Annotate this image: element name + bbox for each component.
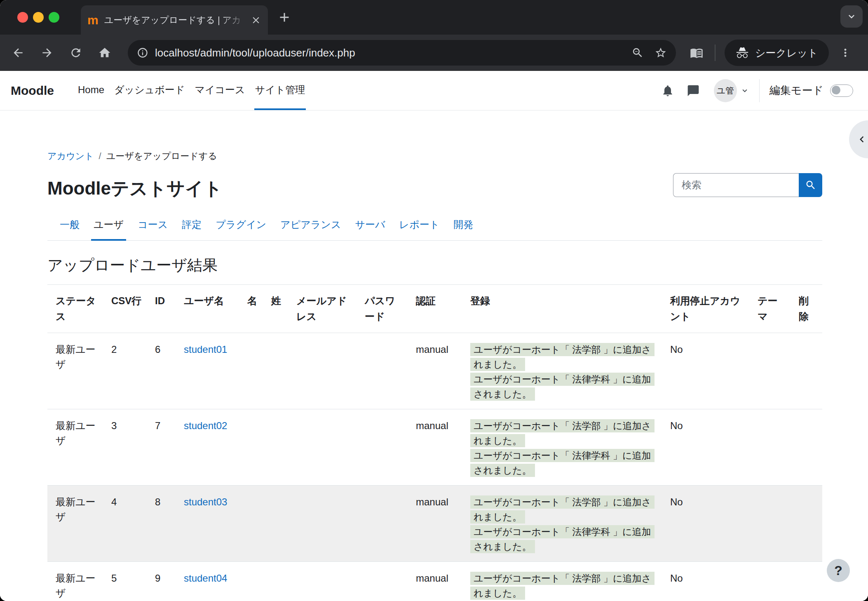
browser-toolbar: localhost/admin/tool/uploaduser/index.ph… xyxy=(0,35,868,71)
back-button[interactable] xyxy=(9,44,27,62)
tab-search-button[interactable] xyxy=(840,5,863,28)
chevron-left-icon xyxy=(856,133,868,146)
search-button[interactable] xyxy=(799,173,822,197)
nav-item-label[interactable]: マイコース xyxy=(195,83,245,96)
reading-list-icon[interactable] xyxy=(687,44,706,62)
table-row: 最新ユーザ59student04manualユーザがコーホート「 法学部 」に追… xyxy=(47,562,822,601)
forward-button[interactable] xyxy=(38,44,56,62)
edit-mode-toggle[interactable] xyxy=(830,85,853,97)
user-menu-chevron-icon[interactable] xyxy=(740,86,749,95)
tab-close-icon[interactable] xyxy=(251,15,261,26)
user-avatar[interactable]: ユ管 xyxy=(714,79,737,102)
settings-tab-2[interactable]: コース xyxy=(135,218,170,241)
nav-item-label[interactable]: ダッシュボード xyxy=(114,83,185,96)
cell-enrolments: ユーザがコーホート「 法学部 」に追加されました。ユーザがコーホート「 法律学科… xyxy=(462,409,662,486)
settings-tab-4[interactable]: プラグイン xyxy=(213,218,269,241)
settings-tab-7[interactable]: レポート xyxy=(397,218,442,241)
table-cell xyxy=(263,409,288,486)
table-cell: 4 xyxy=(103,486,147,562)
column-header-0: ステータス xyxy=(47,285,103,333)
column-header-1: CSV行 xyxy=(103,285,147,333)
nav-item-label[interactable]: サイト管理 xyxy=(255,83,305,96)
settings-tab-3[interactable]: 評定 xyxy=(179,218,204,241)
site-info-icon[interactable] xyxy=(137,47,148,59)
table-row: 最新ユーザ48student03manualユーザがコーホート「 法学部 」に追… xyxy=(47,486,822,562)
home-button[interactable] xyxy=(96,44,114,62)
settings-tab-1[interactable]: ユーザ xyxy=(91,218,126,241)
table-cell: No xyxy=(662,562,749,601)
table-body: 最新ユーザ26student01manualユーザがコーホート「 法学部 」に追… xyxy=(47,333,822,601)
browser-window: m ユーザをアップロードする | アカ xyxy=(0,0,868,601)
table-cell xyxy=(288,486,357,562)
table-cell: manual xyxy=(408,333,462,409)
column-header-9: 登録 xyxy=(462,285,662,333)
maximize-window-button[interactable] xyxy=(49,12,59,23)
search-icon xyxy=(805,179,816,191)
moodle-navbar: Moodle Homeダッシュボードマイコースサイト管理 ユ管 編集モード xyxy=(0,71,868,110)
settings-tab-6[interactable]: サーバ xyxy=(352,218,387,241)
enrolment-highlight: ユーザがコーホート「 法律学科 」に追加されました。 xyxy=(470,525,655,553)
table-cell xyxy=(239,409,263,486)
toggle-knob xyxy=(832,86,840,94)
table-cell xyxy=(288,409,357,486)
nav-item-3[interactable]: サイト管理 xyxy=(254,71,306,110)
table-cell xyxy=(791,562,822,601)
table-cell: No xyxy=(662,409,749,486)
moodle-nav-list: Homeダッシュボードマイコースサイト管理 xyxy=(77,71,306,110)
settings-tab-0[interactable]: 一般 xyxy=(57,218,82,241)
username-link[interactable]: student03 xyxy=(184,496,227,507)
table-cell xyxy=(357,486,408,562)
enrolment-message: ユーザがコーホート「 法律学科 」に追加されました。 xyxy=(470,448,657,478)
nav-item-2[interactable]: マイコース xyxy=(194,71,246,110)
table-cell xyxy=(749,562,791,601)
username-link[interactable]: student01 xyxy=(184,344,227,355)
admin-search xyxy=(673,173,822,197)
navbar-divider xyxy=(759,79,760,102)
cell-enrolments: ユーザがコーホート「 法学部 」に追加されました。ユーザがコーホート「 法律学科… xyxy=(462,333,662,409)
username-link[interactable]: student02 xyxy=(184,420,227,431)
table-cell xyxy=(288,562,357,601)
settings-tabs: 一般ユーザコース評定プラグインアピアランスサーバレポート開発 xyxy=(47,218,822,241)
column-header-2: ID xyxy=(147,285,176,333)
table-cell xyxy=(791,333,822,409)
enrolment-highlight: ユーザがコーホート「 法学部 」に追加されました。 xyxy=(470,343,655,371)
enrolment-highlight: ユーザがコーホート「 法学部 」に追加されました。 xyxy=(470,495,655,524)
settings-tab-5[interactable]: アピアランス xyxy=(278,218,343,241)
nav-item-0[interactable]: Home xyxy=(77,71,105,110)
close-window-button[interactable] xyxy=(17,12,28,23)
toolbar-divider xyxy=(715,45,716,61)
table-cell xyxy=(239,486,263,562)
zoom-out-icon[interactable] xyxy=(631,47,644,59)
breadcrumb-link-account[interactable]: アカウント xyxy=(47,150,94,162)
cell-enrolments: ユーザがコーホート「 法学部 」に追加されました。ユーザがコーホート「 法律学科… xyxy=(462,562,662,601)
search-input[interactable] xyxy=(673,173,799,197)
table-cell xyxy=(263,333,288,409)
table-cell: No xyxy=(662,486,749,562)
browser-titlebar: m ユーザをアップロードする | アカ xyxy=(0,0,868,35)
minimize-window-button[interactable] xyxy=(33,12,44,23)
table-cell: manual xyxy=(408,562,462,601)
settings-tab-8[interactable]: 開発 xyxy=(451,218,476,241)
table-row: 最新ユーザ26student01manualユーザがコーホート「 法学部 」に追… xyxy=(47,333,822,409)
table-cell: 最新ユーザ xyxy=(47,333,103,409)
moodle-brand[interactable]: Moodle xyxy=(11,84,54,98)
address-bar[interactable]: localhost/admin/tool/uploaduser/index.ph… xyxy=(128,40,676,66)
nav-item-label[interactable]: Home xyxy=(78,84,104,96)
column-header-12: 削除 xyxy=(791,285,822,333)
browser-menu-icon[interactable] xyxy=(836,44,854,62)
table-cell xyxy=(791,409,822,486)
url-text: localhost/admin/tool/uploaduser/index.ph… xyxy=(155,47,355,59)
reload-button[interactable] xyxy=(67,44,85,62)
browser-tab[interactable]: m ユーザをアップロードする | アカ xyxy=(81,5,268,35)
username-link[interactable]: student04 xyxy=(184,573,227,584)
new-tab-button[interactable] xyxy=(277,10,292,25)
table-cell xyxy=(239,562,263,601)
cell-username: student03 xyxy=(176,486,239,562)
help-button[interactable]: ? xyxy=(827,559,850,582)
messages-icon[interactable] xyxy=(687,84,700,97)
table-cell xyxy=(263,486,288,562)
breadcrumb-separator: / xyxy=(99,150,101,162)
bookmark-star-icon[interactable] xyxy=(655,47,667,59)
notifications-bell-icon[interactable] xyxy=(661,84,674,97)
nav-item-1[interactable]: ダッシュボード xyxy=(113,71,185,110)
